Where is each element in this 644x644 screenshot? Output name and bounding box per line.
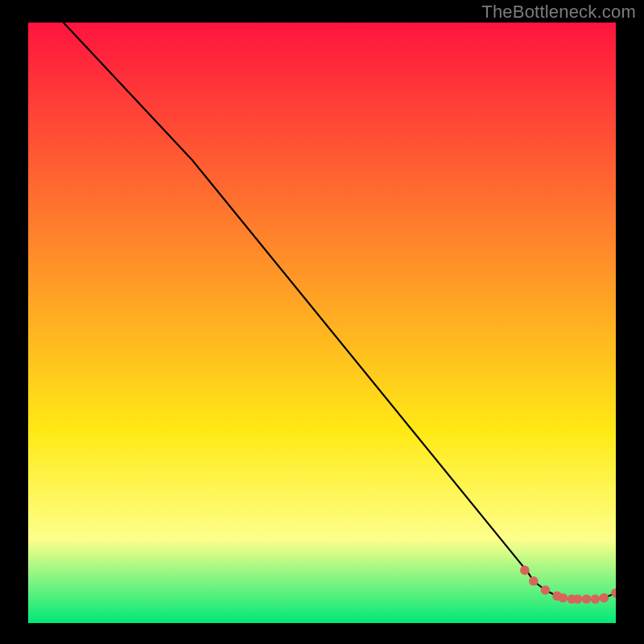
marker-dot [591, 594, 601, 604]
marker-dot [520, 566, 530, 576]
chart-svg [28, 23, 616, 623]
marker-dot [559, 593, 568, 603]
marker-dot [582, 594, 592, 604]
marker-dot [529, 576, 539, 586]
marker-dot [541, 585, 551, 595]
chart-frame: TheBottleneck.com [0, 0, 644, 644]
watermark-text: TheBottleneck.com [481, 2, 636, 23]
marker-dot [573, 594, 583, 604]
marker-dot [600, 593, 609, 603]
plot-area [28, 23, 616, 623]
gradient-background [28, 23, 616, 623]
